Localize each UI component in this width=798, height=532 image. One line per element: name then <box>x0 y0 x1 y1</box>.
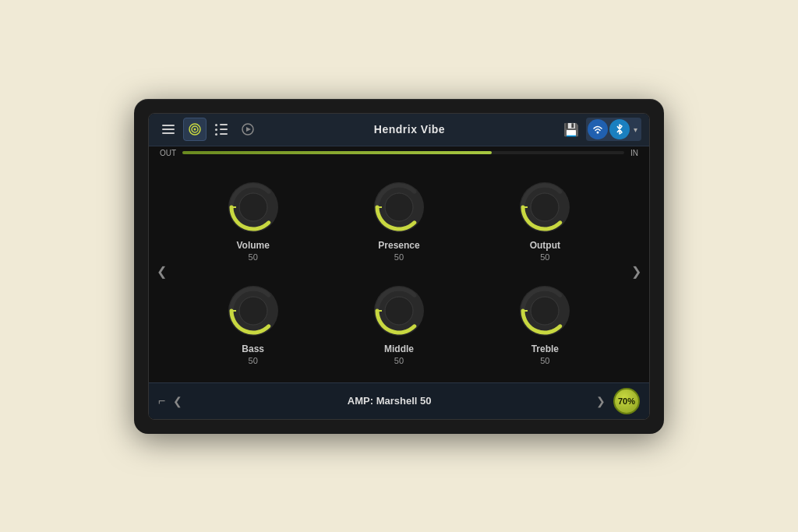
save-icon: 💾 <box>563 122 579 137</box>
amp-name: Marshell 50 <box>376 395 432 407</box>
svg-point-14 <box>531 193 559 221</box>
out-label: OUT <box>160 149 176 157</box>
knob-treble[interactable]: Treble50 <box>472 271 618 375</box>
knob-middle[interactable]: Middle50 <box>326 271 471 375</box>
knob-treble-value: 50 <box>540 356 549 365</box>
hamburger-icon <box>162 125 175 134</box>
volume-dial-value: 70% <box>618 396 635 406</box>
top-bar-left <box>157 118 260 141</box>
knob-bass-svg <box>222 280 284 342</box>
knob-volume-label: Volume <box>236 240 269 251</box>
prev-page-arrow[interactable]: ❮ <box>157 263 167 278</box>
chevron-down-icon[interactable]: ▾ <box>631 125 640 134</box>
presets-icon <box>215 124 228 136</box>
knob-bass-value: 50 <box>249 356 258 365</box>
menu-button[interactable] <box>157 118 180 141</box>
signal-bar <box>182 151 624 154</box>
bluetooth-icon <box>609 119 630 139</box>
knob-middle-value: 50 <box>394 356 404 365</box>
signal-bar-row: OUT IN <box>149 146 649 160</box>
save-button[interactable]: 💾 <box>560 118 583 141</box>
device: Hendrix Vibe 💾 <box>134 99 664 434</box>
knob-presence-label: Presence <box>378 240 419 251</box>
screen: Hendrix Vibe 💾 <box>148 113 650 420</box>
bottom-bar: ⌐ ❮ AMP: Marshell 50 ❯ 70% <box>149 382 649 419</box>
in-label: IN <box>630 149 638 157</box>
amp-label: AMP: Marshell 50 <box>190 395 588 407</box>
wifi-icon <box>588 119 608 139</box>
knob-treble-svg <box>514 280 576 342</box>
knob-volume-svg <box>222 176 284 238</box>
svg-point-2 <box>194 129 196 131</box>
amp-prev-arrow[interactable]: ❮ <box>173 395 182 407</box>
tuner-button[interactable] <box>183 118 207 141</box>
play-icon <box>241 122 255 136</box>
amp-next-arrow[interactable]: ❯ <box>596 395 606 407</box>
signal-bar-fill <box>182 151 492 154</box>
svg-point-5 <box>597 132 599 134</box>
back-icon[interactable]: ⌐ <box>158 394 165 408</box>
knob-output-svg <box>514 176 576 238</box>
top-bar-right: 💾 ▾ <box>560 118 641 141</box>
next-page-arrow[interactable]: ❯ <box>631 263 641 278</box>
svg-point-8 <box>239 193 267 221</box>
connectivity-group: ▾ <box>586 118 641 141</box>
top-bar: Hendrix Vibe 💾 <box>149 114 649 146</box>
knob-presence-svg <box>368 176 430 238</box>
presets-button[interactable] <box>210 118 233 141</box>
knob-middle-svg <box>368 280 430 342</box>
svg-point-11 <box>385 193 413 221</box>
tuner-icon <box>188 122 202 136</box>
play-button[interactable] <box>236 118 260 141</box>
knobs-area: ❮ ❯ Volume50 <box>149 160 649 382</box>
svg-marker-4 <box>246 127 251 132</box>
knob-volume-value: 50 <box>249 252 258 262</box>
volume-dial[interactable]: 70% <box>613 388 640 414</box>
knob-output-label: Output <box>530 240 560 251</box>
amp-prefix: AMP: <box>348 395 376 407</box>
knob-presence[interactable]: Presence50 <box>326 167 471 271</box>
knob-bass[interactable]: Bass50 <box>180 271 326 375</box>
knob-output-value: 50 <box>540 252 549 262</box>
svg-point-17 <box>239 297 267 325</box>
svg-point-20 <box>385 297 413 325</box>
knob-bass-label: Bass <box>242 344 264 354</box>
svg-point-23 <box>531 297 559 325</box>
knob-presence-value: 50 <box>394 252 404 262</box>
knob-middle-label: Middle <box>384 344 414 354</box>
knob-volume[interactable]: Volume50 <box>180 167 326 271</box>
knob-output[interactable]: Output50 <box>472 167 618 271</box>
preset-title: Hendrix Vibe <box>263 123 556 136</box>
knob-treble-label: Treble <box>531 344 559 354</box>
